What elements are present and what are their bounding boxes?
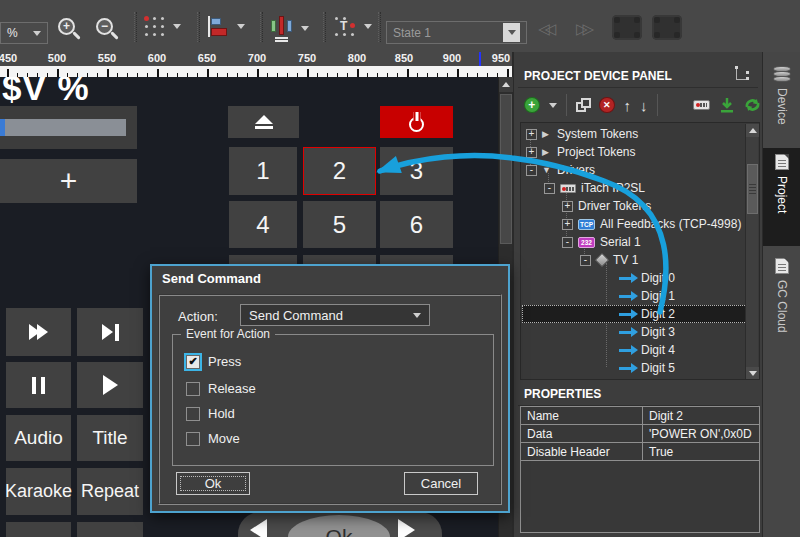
chevron-down-icon[interactable] (549, 103, 557, 108)
expand-icon[interactable]: + (526, 129, 537, 140)
keypad-button-2-selected[interactable]: 2 (303, 147, 376, 195)
tree-item-label: Digit 5 (641, 361, 675, 375)
volume-token-text[interactable]: $V % (2, 77, 90, 108)
expand-icon[interactable]: + (562, 201, 573, 212)
tree-item-digit-0[interactable]: Digit 0 (522, 269, 747, 287)
audio-button[interactable]: Audio (6, 415, 71, 461)
zoom-in-button[interactable]: + (58, 18, 75, 35)
zoom-out-button[interactable]: − (96, 18, 113, 35)
scroll-up-button[interactable] (499, 77, 513, 92)
device-diamond-icon (595, 253, 609, 267)
duplicate-button[interactable] (576, 98, 591, 113)
tree-item-serial-1[interactable]: - 232 Serial 1 (522, 233, 747, 251)
fast-forward-button[interactable] (6, 308, 71, 356)
checkbox-row-press[interactable]: ✔ Press (186, 354, 241, 369)
canvas-button-partial[interactable] (6, 522, 71, 537)
tree-item-all-feedbacks[interactable]: + TCP All Feedbacks (TCP-4998) (522, 215, 747, 233)
keypad-button-3[interactable]: 3 (380, 147, 453, 195)
scrollbar-thumb[interactable] (500, 94, 512, 244)
pause-button[interactable] (6, 362, 71, 408)
tree-item-project-tokens[interactable]: + ▶ Project Tokens (522, 143, 747, 161)
tree-item-digit-3[interactable]: Digit 3 (522, 323, 747, 341)
add-state-button[interactable] (612, 15, 642, 40)
volume-up-button[interactable]: + (0, 159, 137, 203)
tree-item-drivers[interactable]: - ▼ Drivers (522, 161, 747, 179)
tree-item-itach-ip2sl[interactable]: - iTach IP2SL (522, 179, 747, 197)
tree-item-tv-1[interactable]: - TV 1 (522, 251, 747, 269)
keypad-button-1[interactable]: 1 (229, 147, 297, 195)
toolbar-separator (197, 12, 200, 42)
state-select-dropdown-button[interactable] (503, 23, 520, 42)
expand-icon[interactable]: - (580, 255, 591, 266)
delete-item-button[interactable]: ✕ (599, 97, 615, 113)
power-button[interactable] (380, 106, 453, 138)
property-row[interactable]: Data 'POWER ON',0x0D (521, 425, 759, 443)
tab-project-active[interactable]: Project (763, 148, 800, 246)
expand-icon[interactable]: - (562, 237, 573, 248)
panel-options-icon[interactable] (736, 68, 748, 80)
grid-settings-button[interactable] (144, 16, 165, 37)
next-state-button[interactable]: ▷▷ (576, 20, 589, 38)
checkbox-unchecked[interactable] (186, 382, 200, 396)
previous-state-button[interactable]: ◁◁ (538, 20, 551, 38)
play-button[interactable] (77, 362, 143, 408)
expand-icon[interactable]: + (562, 219, 573, 230)
tab-gc-cloud[interactable]: GC Cloud (763, 252, 800, 356)
chevron-down-icon[interactable] (237, 24, 245, 29)
nav-left-icon[interactable] (250, 519, 267, 537)
keypad-button-6[interactable]: 6 (380, 201, 453, 248)
keypad-button-5[interactable]: 5 (303, 201, 376, 248)
expand-icon[interactable]: - (544, 183, 555, 194)
snap-text-button[interactable]: T (334, 16, 356, 37)
scroll-up-button[interactable] (746, 124, 759, 137)
canvas-button-partial[interactable] (77, 522, 143, 537)
tree-item-digit-4[interactable]: Digit 4 (522, 341, 747, 359)
repeat-button[interactable]: Repeat (77, 468, 143, 515)
device-module-icon[interactable] (693, 100, 710, 110)
chevron-down-icon[interactable] (301, 26, 309, 31)
zoom-level-select[interactable]: % (0, 22, 48, 44)
add-item-button[interactable]: + (524, 97, 540, 113)
property-row[interactable]: Disable Header True (521, 443, 759, 461)
karaoke-button[interactable]: Karaoke (6, 468, 71, 515)
tree-vertical-scrollbar[interactable] (745, 124, 758, 380)
distribute-objects-button[interactable] (271, 16, 293, 40)
chevron-down-icon[interactable] (364, 24, 372, 29)
tab-device[interactable]: Device (763, 60, 800, 146)
property-row[interactable]: Name Digit 2 (521, 407, 759, 425)
align-objects-button[interactable] (208, 16, 229, 37)
title-button[interactable]: Title (77, 415, 143, 461)
checkbox-row-hold[interactable]: Hold (186, 406, 235, 421)
checkbox-unchecked[interactable] (186, 407, 200, 421)
tree-item-digit-1[interactable]: Digit 1 (522, 287, 747, 305)
delete-state-button[interactable] (652, 15, 682, 40)
download-to-device-button[interactable] (719, 97, 734, 113)
state-select[interactable]: State 1 (386, 21, 527, 44)
move-up-button[interactable]: ↑ (624, 98, 632, 113)
keypad-button-4[interactable]: 4 (229, 201, 297, 248)
ok-button[interactable]: Ok (176, 472, 250, 495)
skip-next-button[interactable] (77, 308, 143, 356)
nav-right-icon[interactable] (398, 519, 415, 537)
checkbox-checked[interactable]: ✔ (186, 355, 200, 369)
expand-icon[interactable]: + (526, 147, 537, 158)
checkbox-row-move[interactable]: Move (186, 431, 240, 446)
play-icon (103, 375, 118, 395)
refresh-button[interactable] (744, 97, 760, 113)
checkbox-unchecked[interactable] (186, 432, 200, 446)
chevron-down-icon[interactable] (173, 24, 181, 29)
volume-slider[interactable] (0, 106, 137, 149)
document-icon (775, 154, 789, 170)
scrollbar-thumb[interactable] (747, 164, 758, 214)
tree-item-digit-5[interactable]: Digit 5 (522, 359, 747, 377)
tree-item-driver-tokens[interactable]: + Driver Tokens (522, 197, 747, 215)
cancel-button[interactable]: Cancel (404, 472, 478, 495)
checkbox-row-release[interactable]: Release (186, 381, 256, 396)
tree-item-digit-2-selected[interactable]: Digit 2 (522, 305, 747, 323)
eject-button[interactable] (228, 106, 299, 138)
action-select[interactable]: Send Command (240, 304, 430, 326)
move-down-button[interactable]: ↓ (640, 98, 648, 113)
expand-icon[interactable]: - (526, 165, 537, 176)
tree-item-system-tokens[interactable]: + ▶ System Tokens (522, 125, 747, 143)
scroll-down-button[interactable] (746, 367, 759, 380)
